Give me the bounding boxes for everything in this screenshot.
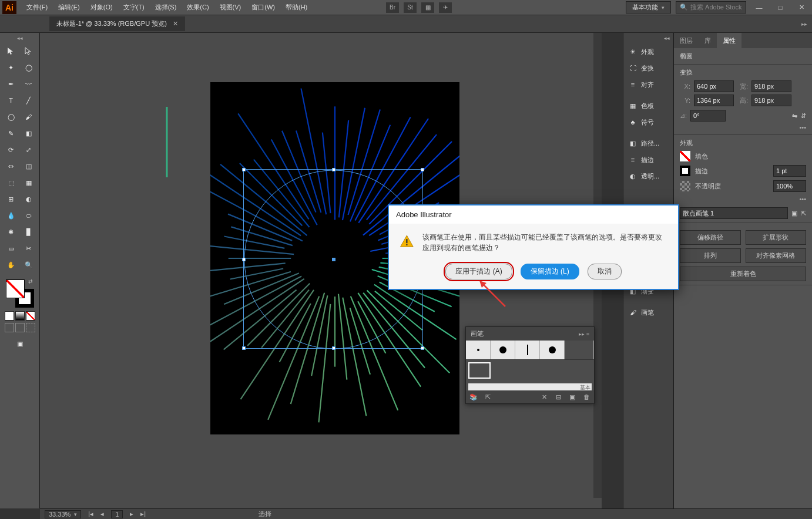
nav-first-icon[interactable]: |◂ <box>88 510 93 518</box>
panel-appearance[interactable]: ☀外观 <box>623 43 673 60</box>
none-mode-icon[interactable] <box>26 311 35 321</box>
cancel-button[interactable]: 取消 <box>588 264 622 279</box>
y-input[interactable]: 1364 px <box>694 95 734 106</box>
blend-tool[interactable]: ⬭ <box>21 208 37 223</box>
menu-object[interactable]: 对象(O) <box>85 3 118 12</box>
eyedropper-tool[interactable]: 💧 <box>3 208 19 223</box>
panel-transform[interactable]: ⛶变换 <box>623 60 673 76</box>
eraser-tool[interactable]: ◧ <box>21 126 37 141</box>
stock-icon[interactable]: St <box>404 2 417 13</box>
flip-h-icon[interactable]: ⇋ <box>792 112 797 120</box>
brush-lib-icon[interactable]: 📚 <box>469 393 478 401</box>
graph-tool[interactable]: ▊ <box>21 224 37 240</box>
menu-view[interactable]: 视图(V) <box>214 3 247 12</box>
close-button[interactable]: ✕ <box>793 2 810 14</box>
selection-tool[interactable] <box>3 43 19 59</box>
maximize-button[interactable]: □ <box>772 2 788 14</box>
minimize-button[interactable]: — <box>751 2 767 14</box>
apply-strokes-button[interactable]: 应用于描边 (A) <box>445 264 512 279</box>
panel-pathfinder[interactable]: ◧路径... <box>623 135 673 151</box>
expand-shape-button[interactable]: 扩展形状 <box>746 230 807 245</box>
arrange-button[interactable]: 排列 <box>680 248 741 263</box>
artboard-nav[interactable]: 1 <box>111 510 123 518</box>
brush-lib-icon[interactable]: ▣ <box>791 210 797 217</box>
menu-help[interactable]: 帮助(H) <box>280 3 313 12</box>
menu-window[interactable]: 窗口(W) <box>246 3 280 12</box>
pen-tool[interactable]: ✒ <box>3 76 19 92</box>
lasso-tool[interactable]: ◯ <box>21 60 37 75</box>
stroke-weight-input[interactable]: 1 pt <box>773 165 806 177</box>
opacity-swatch[interactable] <box>680 181 690 191</box>
screen-mode-icon[interactable]: ▣ <box>12 336 28 351</box>
opacity-input[interactable]: 100% <box>773 180 806 192</box>
fill-color-swatch[interactable] <box>680 151 690 161</box>
type-tool[interactable]: T <box>3 93 19 108</box>
tab-libraries[interactable]: 库 <box>699 33 717 48</box>
ellipse-tool[interactable]: ◯ <box>3 109 19 124</box>
close-tab-icon[interactable]: ✕ <box>173 20 178 28</box>
width-tool[interactable]: ⇔ <box>3 159 19 174</box>
tab-layers[interactable]: 图层 <box>674 33 699 48</box>
tab-properties[interactable]: 属性 <box>717 33 741 48</box>
gradient-mode-icon[interactable] <box>15 311 25 321</box>
brush-opts-icon[interactable]: ⇱ <box>801 210 806 217</box>
brush-preset-row[interactable] <box>466 341 594 360</box>
menu-file[interactable]: 文件(F) <box>21 3 53 12</box>
draw-inside-icon[interactable] <box>26 323 35 332</box>
direct-selection-tool[interactable] <box>21 43 37 59</box>
keep-strokes-button[interactable]: 保留描边 (L) <box>521 264 579 279</box>
brushes-panel[interactable]: 画笔 ▸▸ ≡ 基本 📚 ⇱ ✕ ⊟ ▣ 🗑 <box>465 326 595 404</box>
flip-v-icon[interactable]: ⇵ <box>801 112 806 120</box>
color-mode-icon[interactable] <box>5 311 14 321</box>
nav-last-icon[interactable]: ▸| <box>140 510 146 518</box>
h-input[interactable]: 918 px <box>751 95 791 106</box>
draw-normal-icon[interactable] <box>5 323 14 332</box>
draw-behind-icon[interactable] <box>15 323 25 332</box>
offset-path-button[interactable]: 偏移路径 <box>680 230 741 245</box>
brush-selector[interactable]: 散点画笔 1 <box>680 207 788 219</box>
panel-align[interactable]: ≡对齐 <box>623 76 673 93</box>
swap-colors-icon[interactable]: ⇄ <box>28 278 33 284</box>
line-tool[interactable]: ╱ <box>21 93 37 108</box>
more-options-icon[interactable]: ••• <box>799 196 806 203</box>
delete-brush-icon[interactable]: 🗑 <box>582 393 590 401</box>
menu-edit[interactable]: 编辑(E) <box>53 3 85 12</box>
curvature-tool[interactable]: 〰 <box>21 76 37 92</box>
x-input[interactable]: 640 px <box>694 80 734 92</box>
angle-input[interactable]: 0° <box>690 110 726 122</box>
perspective-tool[interactable]: ▦ <box>21 175 37 190</box>
shape-builder-tool[interactable]: ⬚ <box>3 175 19 190</box>
panel-collapse-icon[interactable]: ▸▸ <box>799 19 810 29</box>
mesh-tool[interactable]: ⊞ <box>3 191 19 207</box>
brush-options-icon[interactable]: ⇱ <box>484 393 492 401</box>
menu-select[interactable]: 选择(S) <box>150 3 182 12</box>
zoom-selector[interactable]: 33.33%▾ <box>45 510 81 518</box>
hand-tool[interactable]: ✋ <box>3 257 19 272</box>
paintbrush-tool[interactable]: 🖌 <box>21 109 37 124</box>
artboard-tool[interactable]: ▭ <box>3 241 19 256</box>
panel-expand-icon[interactable]: ◂◂ <box>623 33 673 43</box>
panel-brushes[interactable]: 🖌画笔 <box>623 304 673 321</box>
selected-brush[interactable] <box>468 362 491 379</box>
panel-symbols[interactable]: ♣符号 <box>623 114 673 130</box>
nav-prev-icon[interactable]: ◂ <box>100 510 104 518</box>
shaper-tool[interactable]: ✎ <box>3 126 19 141</box>
w-input[interactable]: 918 px <box>751 80 791 92</box>
menu-effect[interactable]: 效果(C) <box>182 3 214 12</box>
magic-wand-tool[interactable]: ✦ <box>3 60 19 75</box>
fill-swatch[interactable] <box>6 279 25 298</box>
rotate-tool[interactable]: ⟳ <box>3 142 19 157</box>
panel-swatches[interactable]: ▦色板 <box>623 97 673 114</box>
slice-tool[interactable]: ✂ <box>21 241 37 256</box>
gradient-tool[interactable]: ◐ <box>21 191 37 207</box>
toolbar-collapse-icon[interactable]: ◂◂ <box>17 35 23 41</box>
remove-stroke-icon[interactable]: ✕ <box>540 393 548 401</box>
more-options-icon[interactable]: ••• <box>799 124 806 131</box>
panel-stroke[interactable]: ≡描边 <box>623 151 673 168</box>
panel-menu-icon[interactable]: ▸▸ ≡ <box>579 331 589 337</box>
zoom-tool[interactable]: 🔍 <box>21 257 37 272</box>
stroke-color-swatch[interactable] <box>680 166 690 176</box>
search-stock-input[interactable]: 🔍搜索 Adobe Stock <box>676 1 746 14</box>
color-swatches[interactable]: ⇄ <box>6 279 34 308</box>
brush-settings-icon[interactable]: ⊟ <box>554 393 562 401</box>
